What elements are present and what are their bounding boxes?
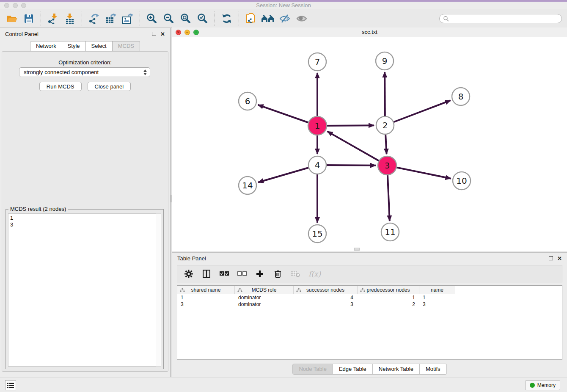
graph-edge-2-8[interactable] [385,100,451,125]
tab-network-table[interactable]: Network Table [373,364,420,375]
tab-edge-table[interactable]: Edge Table [333,364,373,375]
close-panel-icon[interactable]: ✕ [160,31,165,37]
select-all-columns-icon[interactable] [220,271,229,276]
window-title: Session: New Session [0,2,567,8]
titlebar: Session: New Session [0,2,567,9]
network-window-titlebar[interactable]: × − + scc.txt [172,28,567,37]
graph-node-label: 7 [315,57,320,67]
open-file-icon[interactable] [3,11,20,27]
zoom-selected-icon[interactable] [194,11,211,27]
run-mcds-button[interactable]: Run MCDS [39,82,82,91]
column-header-predecessor-nodes[interactable]: predecessor nodes [358,286,419,294]
graph-node-1[interactable]: 1 [308,116,327,135]
show-all-icon[interactable] [293,11,310,27]
tab-style[interactable]: Style [62,41,86,51]
memory-label: Memory [537,382,556,388]
delete-column-icon[interactable] [273,270,282,278]
delete-table-icon [291,270,300,277]
node-table[interactable]: shared name MCDS role successor nodes pr… [177,285,562,360]
network-window: × − + scc.txt 7968124314101511 [172,28,567,251]
graph-node-6[interactable]: 6 [239,92,256,110]
first-neighbors-icon[interactable] [259,11,276,27]
graph-node-4[interactable]: 4 [308,156,326,174]
memory-button[interactable]: Memory [525,380,560,390]
network-graph[interactable]: 7968124314101511 [172,37,567,251]
task-history-button[interactable] [5,380,16,390]
graph-node-7[interactable]: 7 [308,53,326,71]
mcds-tab-content: Optimization criterion: strongly connect… [2,51,168,372]
tab-node-table[interactable]: Node Table [292,364,333,375]
graph-node-label: 14 [242,180,253,190]
control-panel: Control Panel ✕ Network Style Select MCD… [0,28,170,377]
result-scrollbar[interactable] [156,213,161,367]
table-panel-title: Table Panel [177,255,206,262]
graph-node-14[interactable]: 14 [239,177,256,194]
status-bar: Memory [0,378,567,392]
list-icon [7,382,14,388]
import-network-icon[interactable] [44,11,61,27]
table-header-row: shared name MCDS role successor nodes pr… [177,286,562,294]
graph-node-11[interactable]: 11 [381,223,399,241]
column-header-shared-name[interactable]: shared name [177,286,235,294]
close-table-panel-icon[interactable]: ✕ [557,256,562,261]
application-window: Session: New Session [0,0,567,392]
search-input[interactable] [439,14,562,23]
table-columns-icon[interactable] [202,270,211,278]
add-column-icon[interactable] [255,270,264,278]
duplicate-network-icon[interactable] [242,11,259,27]
tab-network[interactable]: Network [30,41,62,51]
export-network-icon[interactable] [85,11,102,27]
save-session-icon[interactable] [20,11,37,27]
attribute-icon [237,288,242,293]
deselect-all-columns-icon[interactable] [237,271,247,276]
graph-node-8[interactable]: 8 [452,88,470,105]
tab-select[interactable]: Select [86,41,113,51]
graph-node-3[interactable]: 3 [378,156,396,175]
toolbar-separator [82,11,82,26]
graph-node-9[interactable]: 9 [376,52,394,70]
graph-node-label: 3 [385,160,390,171]
zoom-out-icon[interactable] [160,11,177,27]
network-window-title: scc.txt [172,29,567,35]
close-panel-button[interactable]: Close panel [88,82,131,91]
tab-mcds[interactable]: MCDS [113,41,140,51]
optimization-criterion-label: Optimization criterion: [2,59,168,66]
graph-node-label: 1 [315,121,320,131]
table-row[interactable]: 1 dominator 4 1 1 [177,294,562,301]
mcds-result-list[interactable]: 13 [8,213,156,367]
graph-edge-3-1[interactable] [327,131,387,166]
memory-status-icon [530,383,535,388]
float-panel-icon[interactable] [152,32,156,36]
graph-node-15[interactable]: 15 [308,225,326,243]
export-image-icon[interactable] [119,11,136,27]
zoom-fit-icon[interactable] [177,11,194,27]
float-table-panel-icon[interactable] [549,256,553,260]
table-panel: Table Panel ✕ [172,252,567,377]
graph-node-10[interactable]: 10 [453,172,471,190]
export-table-icon[interactable] [102,11,119,27]
zoom-in-icon[interactable] [143,11,160,27]
network-canvas[interactable]: 7968124314101511 [172,37,567,251]
criterion-selected-value: strongly connected component [24,69,99,75]
tab-motifs[interactable]: Motifs [420,364,447,375]
table-settings-icon[interactable] [184,270,193,278]
column-header-name[interactable]: name [419,286,455,294]
refresh-icon[interactable] [218,11,235,27]
toolbar-separator [215,11,215,26]
column-header-mcds-role[interactable]: MCDS role [235,286,294,294]
import-table-icon[interactable] [61,11,78,27]
graph-node-label: 8 [458,91,464,102]
mcds-result-group: MCDS result (2 nodes) 13 [6,209,164,369]
graph-node-label: 10 [456,176,467,186]
horizontal-splitter-grip[interactable] [354,248,360,251]
toolbar-separator [140,11,140,26]
graph-node-2[interactable]: 2 [376,116,394,134]
main-toolbar [0,9,567,28]
graph-node-label: 15 [312,229,322,239]
criterion-select[interactable]: strongly connected component [19,67,150,77]
column-header-successor-nodes[interactable]: successor nodes [294,286,358,294]
hide-selected-icon[interactable] [276,11,293,27]
search-icon [443,16,449,22]
attribute-icon [360,288,365,293]
table-row[interactable]: 3 dominator 3 2 3 [177,301,562,308]
